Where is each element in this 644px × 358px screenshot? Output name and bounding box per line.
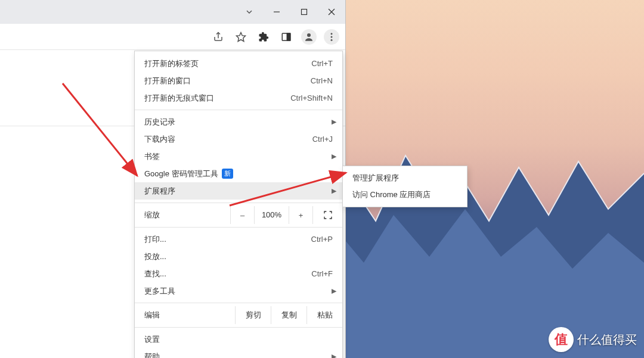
menu-more-tools[interactable]: 更多工具 ▶ [135,282,342,300]
profile-icon[interactable] [301,29,317,45]
submenu-chrome-webstore[interactable]: 访问 Chrome 应用商店 [343,186,467,203]
menu-print[interactable]: 打印... Ctrl+P [135,231,342,248]
chevron-right-icon: ▶ [332,287,336,295]
menu-label: 帮助 [144,351,160,359]
menu-separator [135,227,342,228]
menu-zoom: 缩放 – 100% + [135,206,342,224]
menu-separator [135,203,342,203]
menu-history[interactable]: 历史记录 ▶ [135,113,342,130]
menu-label: 下载内容 [144,134,175,145]
menu-label: 访问 Chrome 应用商店 [352,189,431,200]
watermark-logo: 值 [549,327,574,352]
menu-settings[interactable]: 设置 [135,331,342,348]
svg-point-11 [331,36,333,38]
zoom-out-button[interactable]: – [230,206,254,224]
menu-label: 更多工具 [144,286,175,297]
menu-new-window[interactable]: 打开新的窗口 Ctrl+N [135,72,342,89]
svg-marker-5 [237,32,246,41]
menu-shortcut: Ctrl+Shift+N [290,94,333,102]
menu-downloads[interactable]: 下载内容 Ctrl+J [135,130,342,148]
chevron-right-icon: ▶ [332,353,336,358]
menu-separator [135,303,342,303]
menu-label: 打开新的窗口 [144,76,191,86]
browser-toolbar [0,24,345,50]
edit-cut-button[interactable]: 剪切 [235,306,271,324]
svg-point-9 [307,33,311,37]
menu-label: 书签 [144,151,160,162]
svg-point-12 [331,39,333,41]
menu-incognito[interactable]: 打开新的无痕式窗口 Ctrl+Shift+N [135,89,342,107]
menu-help[interactable]: 帮助 ▶ [135,348,342,358]
menu-separator [135,327,342,328]
menu-label: 打印... [144,234,166,245]
menu-label: Google 密码管理工具 [144,169,218,179]
menu-passwords[interactable]: Google 密码管理工具 新 [135,165,342,182]
extensions-submenu: 管理扩展程序 访问 Chrome 应用商店 [342,166,467,207]
menu-label: 扩展程序 [144,186,175,197]
edit-paste-button[interactable]: 粘贴 [306,306,342,324]
chrome-main-menu: 打开新的标签页 Ctrl+T 打开新的窗口 Ctrl+N 打开新的无痕式窗口 C… [134,51,343,358]
extensions-icon[interactable] [256,29,271,45]
share-icon[interactable] [210,29,226,45]
menu-label: 历史记录 [144,117,175,127]
new-badge: 新 [222,169,233,179]
menu-shortcut: Ctrl+P [311,235,333,244]
menu-find[interactable]: 查找... Ctrl+F [135,265,342,282]
menu-label: 查找... [144,269,166,279]
menu-shortcut: Ctrl+T [311,59,333,68]
menu-label: 设置 [144,334,160,345]
menu-label: 打开新的无痕式窗口 [144,93,214,104]
menu-label: 编辑 [144,310,160,320]
chevron-right-icon: ▶ [332,118,336,126]
menu-shortcut: Ctrl+F [311,269,333,278]
sidepanel-icon[interactable] [278,29,294,45]
fullscreen-button[interactable] [312,206,342,224]
more-menu-icon[interactable] [324,29,339,45]
menu-extensions[interactable]: 扩展程序 ▶ [135,182,342,200]
menu-cast[interactable]: 投放... [135,248,342,265]
window-minimize-button[interactable] [263,0,290,24]
menu-label: 打开新的标签页 [144,58,199,69]
menu-label: 缩放 [144,210,160,220]
menu-shortcut: Ctrl+J [312,135,333,144]
edit-copy-button[interactable]: 复制 [271,306,306,324]
menu-new-tab[interactable]: 打开新的标签页 Ctrl+T [135,55,342,72]
chevron-right-icon: ▶ [332,152,336,160]
zoom-in-button[interactable]: + [289,206,312,224]
chevron-right-icon: ▶ [332,187,336,195]
window-dropdown-icon[interactable] [236,0,263,24]
menu-bookmarks[interactable]: 书签 ▶ [135,148,342,165]
watermark-text: 什么值得买 [577,332,637,348]
window-maximize-button[interactable] [290,0,318,24]
menu-shortcut: Ctrl+N [311,76,333,85]
menu-separator [135,110,342,110]
zoom-value: 100% [254,206,289,224]
menu-label: 投放... [144,251,166,262]
menu-label: 管理扩展程序 [352,173,399,183]
svg-rect-8 [287,33,290,41]
svg-point-10 [331,33,333,35]
svg-rect-1 [302,10,307,15]
smzdm-watermark: 值 什么值得买 [549,327,637,352]
window-close-button[interactable] [318,0,345,24]
star-icon[interactable] [233,29,249,45]
menu-edit-row: 编辑 剪切 复制 粘贴 [135,306,342,324]
submenu-manage-extensions[interactable]: 管理扩展程序 [343,170,467,186]
window-titlebar [0,0,345,24]
